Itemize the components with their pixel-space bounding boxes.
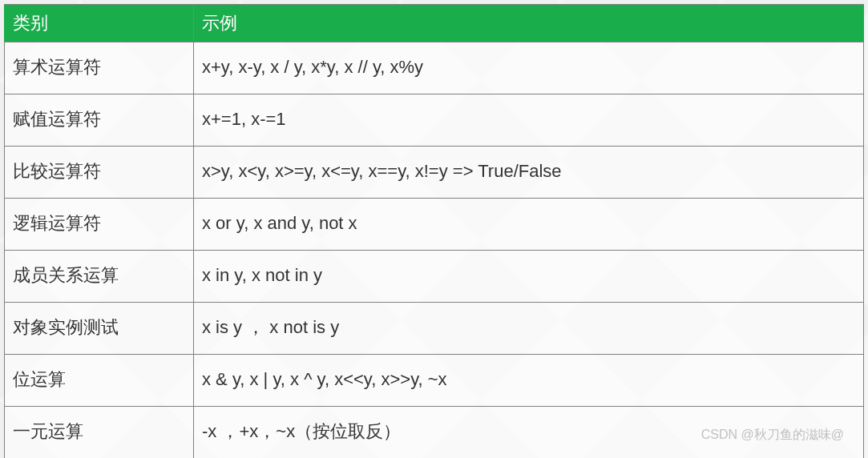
cell-category: 赋值运算符 (5, 94, 194, 147)
table-row: 赋值运算符 x+=1, x-=1 (5, 94, 864, 147)
header-category: 类别 (5, 5, 194, 42)
cell-example: x is y ， x not is y (194, 303, 864, 355)
cell-example: -x ，+x，~x（按位取反） (194, 407, 864, 459)
operators-table: 类别 示例 算术运算符 x+y, x-y, x / y, x*y, x // y… (4, 4, 864, 458)
cell-category: 位运算 (5, 355, 194, 407)
cell-example: x & y, x | y, x ^ y, x<<y, x>>y, ~x (194, 355, 864, 407)
cell-category: 算术运算符 (5, 42, 194, 94)
table-row: 位运算 x & y, x | y, x ^ y, x<<y, x>>y, ~x (5, 355, 864, 407)
cell-category: 比较运算符 (5, 147, 194, 199)
table-row: 一元运算 -x ，+x，~x（按位取反） (5, 407, 864, 459)
header-example: 示例 (194, 5, 864, 42)
table-row: 逻辑运算符 x or y, x and y, not x (5, 199, 864, 251)
table-header-row: 类别 示例 (5, 5, 864, 42)
cell-example: x in y, x not in y (194, 251, 864, 303)
table-row: 对象实例测试 x is y ， x not is y (5, 303, 864, 355)
cell-category: 成员关系运算 (5, 251, 194, 303)
table-row: 比较运算符 x>y, x<y, x>=y, x<=y, x==y, x!=y =… (5, 147, 864, 199)
cell-example: x+y, x-y, x / y, x*y, x // y, x%y (194, 42, 864, 94)
table-row: 算术运算符 x+y, x-y, x / y, x*y, x // y, x%y (5, 42, 864, 94)
cell-category: 逻辑运算符 (5, 199, 194, 251)
cell-category: 对象实例测试 (5, 303, 194, 355)
cell-example: x+=1, x-=1 (194, 94, 864, 147)
cell-category: 一元运算 (5, 407, 194, 459)
cell-example: x or y, x and y, not x (194, 199, 864, 251)
cell-example: x>y, x<y, x>=y, x<=y, x==y, x!=y => True… (194, 147, 864, 199)
table-row: 成员关系运算 x in y, x not in y (5, 251, 864, 303)
